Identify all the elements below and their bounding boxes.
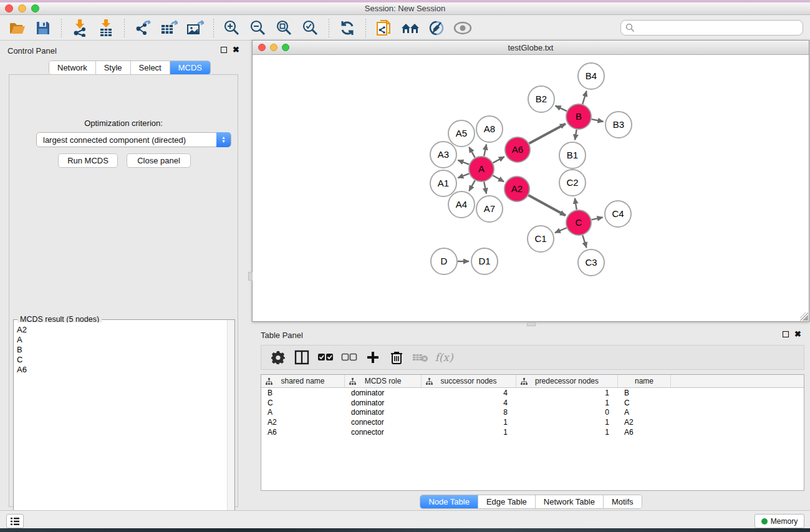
zoom-selected-icon[interactable] [299, 18, 322, 38]
table-cell[interactable]: dominator [345, 408, 422, 417]
table-cell[interactable]: dominator [345, 389, 422, 397]
table-cell[interactable]: C [618, 399, 671, 407]
first-neighbors-icon[interactable] [399, 18, 422, 38]
close-panel-icon[interactable]: ✖ [233, 47, 239, 53]
result-scrollbar[interactable] [227, 320, 234, 532]
mcds-result-item[interactable]: C [17, 355, 226, 365]
table-row[interactable]: Adominator80A [261, 408, 804, 418]
table-cell[interactable]: 4 [422, 389, 516, 397]
edge-A-A3[interactable] [458, 160, 469, 165]
table-cell[interactable]: connector [345, 418, 422, 427]
table-cell[interactable]: 1 [516, 418, 618, 427]
table-cell[interactable]: 4 [422, 399, 516, 407]
edge-B-B2[interactable] [556, 106, 567, 112]
table-row[interactable]: A6connector11A6 [261, 427, 804, 437]
show-hide-eye-icon[interactable] [451, 18, 474, 38]
zoom-fit-icon[interactable] [273, 18, 296, 38]
resize-grip[interactable] [800, 312, 808, 321]
table-cell[interactable]: A2 [261, 418, 345, 427]
edge-A2-C[interactable] [528, 195, 565, 215]
tab-style[interactable]: Style [96, 61, 131, 74]
tab-network[interactable]: Network [49, 61, 96, 74]
edge-A-A8[interactable] [484, 144, 486, 156]
table-cell[interactable]: C [261, 399, 345, 407]
save-session-icon[interactable] [32, 18, 54, 38]
table-cell[interactable]: 1 [422, 428, 516, 437]
tab-edge-table[interactable]: Edge Table [478, 495, 536, 508]
close-table-panel-icon[interactable]: ✖ [794, 331, 801, 337]
table-settings-gear-icon[interactable] [268, 348, 289, 367]
column-header-successor-nodes[interactable]: successor nodes [422, 375, 516, 387]
table-cell[interactable]: 0 [516, 408, 618, 417]
table-cell[interactable]: dominator [345, 399, 422, 407]
export-table-icon[interactable] [158, 18, 180, 38]
import-table-icon[interactable] [95, 18, 117, 38]
mcds-result-item[interactable]: A2 [17, 325, 226, 335]
table-cell[interactable]: B [261, 389, 345, 397]
table-cell[interactable]: 1 [422, 418, 516, 427]
edge-C-C3[interactable] [582, 235, 586, 248]
table-cell[interactable]: 1 [516, 399, 618, 407]
edge-A-A4[interactable] [469, 180, 475, 191]
delete-trash-icon[interactable] [386, 348, 407, 367]
table-cell[interactable]: B [618, 389, 671, 397]
mcds-result-item[interactable]: A6 [17, 365, 226, 375]
run-mcds-button[interactable]: Run MCDS [58, 153, 118, 168]
splitter-handle-vertical[interactable] [248, 272, 253, 281]
edge-A-A6[interactable] [493, 157, 504, 163]
edge-A-A5[interactable] [469, 147, 475, 158]
column-header-predecessor-nodes[interactable]: predecessor nodes [516, 375, 618, 387]
edge-C-C4[interactable] [591, 217, 602, 220]
network-canvas[interactable]: B4B2BB3A5A8A6B1A3AC2A1A2A4A7C4CC1DD1C3 [253, 56, 809, 321]
edge-C-C2[interactable] [575, 198, 577, 210]
zoom-out-icon[interactable] [247, 18, 269, 38]
task-history-button[interactable] [6, 514, 24, 528]
table-row[interactable]: A2connector11A2 [261, 417, 804, 427]
criterion-dropdown[interactable]: largest connected component (directed) ▲… [36, 132, 231, 147]
zoom-in-icon[interactable] [221, 18, 243, 38]
refresh-view-icon[interactable] [336, 18, 359, 38]
edge-B-B1[interactable] [575, 130, 577, 140]
add-icon[interactable] [362, 348, 383, 367]
tab-motifs[interactable]: Motifs [604, 495, 642, 508]
show-column-icon[interactable] [291, 348, 312, 367]
table-cell[interactable]: 8 [422, 408, 516, 417]
edge-A-A1[interactable] [458, 173, 469, 178]
export-image-icon[interactable] [184, 18, 206, 38]
tab-select[interactable]: Select [131, 61, 170, 74]
mcds-result-item[interactable]: A [17, 335, 226, 345]
column-header-name[interactable]: name [618, 375, 671, 387]
search-input[interactable] [635, 21, 803, 35]
close-panel-button[interactable]: Close panel [127, 153, 191, 168]
select-all-checkboxes-icon[interactable] [315, 348, 336, 367]
open-session-icon[interactable] [6, 18, 28, 38]
table-cell[interactable]: A [261, 408, 345, 417]
memory-button[interactable]: Memory [755, 514, 804, 528]
table-cell[interactable]: A [618, 408, 671, 417]
float-table-panel-icon[interactable] [783, 331, 789, 337]
export-network-icon[interactable] [132, 18, 154, 38]
table-cell[interactable]: A6 [261, 428, 345, 437]
unselect-all-checkboxes-icon[interactable] [339, 348, 360, 367]
edge-B-B4[interactable] [582, 91, 586, 104]
table-row[interactable]: Bdominator41B [261, 388, 804, 398]
tab-node-table[interactable]: Node Table [420, 495, 478, 508]
edge-A6-B[interactable] [529, 123, 565, 143]
mcds-result-item[interactable]: B [17, 345, 226, 355]
table-cell[interactable]: A2 [618, 418, 671, 427]
toggle-graphics-details-icon[interactable] [425, 18, 448, 38]
import-network-icon[interactable] [69, 18, 91, 38]
delete-table-icon[interactable] [410, 348, 431, 367]
edge-A-A7[interactable] [484, 182, 486, 194]
table-cell[interactable]: 1 [516, 428, 618, 437]
tab-mcds[interactable]: MCDS [170, 61, 210, 74]
table-cell[interactable]: A6 [618, 428, 671, 437]
edge-A-A2[interactable] [493, 175, 504, 181]
column-header-MCDS-role[interactable]: MCDS role [345, 375, 422, 387]
column-header-shared-name[interactable]: shared name [261, 375, 345, 387]
edge-C-C1[interactable] [555, 228, 567, 233]
new-network-from-selection-icon[interactable] [373, 18, 395, 38]
table-cell[interactable]: connector [345, 428, 422, 437]
table-cell[interactable]: 1 [516, 389, 618, 397]
table-row[interactable]: Cdominator41C [261, 398, 804, 408]
